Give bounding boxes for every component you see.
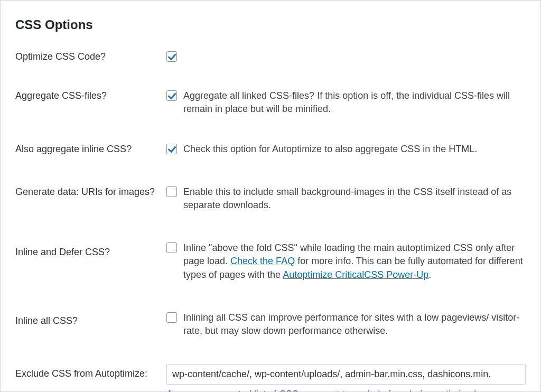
row-inline-all: Inline all CSS? Inlining all CSS can imp… xyxy=(15,311,526,338)
row-aggregate-inline: Also aggregate inline CSS? Check this op… xyxy=(15,143,526,156)
input-exclude-css[interactable] xyxy=(166,364,526,385)
row-exclude-css: Exclude CSS from Autoptimize: A comma-se… xyxy=(15,364,526,392)
panel-title: CSS Options xyxy=(15,17,526,32)
label-exclude-css: Exclude CSS from Autoptimize: xyxy=(15,364,166,380)
label-inline-defer: Inline and Defer CSS? xyxy=(15,241,166,258)
row-optimize-css: Optimize CSS Code? xyxy=(15,50,526,63)
link-criticalcss-powerup[interactable]: Autoptimize CriticalCSS Power-Up xyxy=(283,269,428,280)
field-data-uris: Enable this to include small background-… xyxy=(166,185,526,212)
css-options-panel: CSS Options Optimize CSS Code? Aggregate… xyxy=(0,0,541,392)
row-data-uris: Generate data: URIs for images? Enable t… xyxy=(15,185,526,212)
link-check-faq[interactable]: Check the FAQ xyxy=(230,256,295,266)
field-exclude-css: A comma-separated list of CSS you want t… xyxy=(166,364,526,392)
desc-inline-defer-post: . xyxy=(428,269,431,280)
help-exclude-css: A comma-separated list of CSS you want t… xyxy=(166,388,526,392)
desc-aggregate-inline: Check this option for Autoptimize to als… xyxy=(183,143,526,156)
label-aggregate-inline: Also aggregate inline CSS? xyxy=(15,143,166,155)
checkbox-inline-defer[interactable] xyxy=(166,242,177,253)
checkbox-inline-all[interactable] xyxy=(166,312,177,323)
field-inline-defer: Inline "above the fold CSS" while loadin… xyxy=(166,241,526,282)
row-inline-defer: Inline and Defer CSS? Inline "above the … xyxy=(15,241,526,282)
label-inline-all: Inline all CSS? xyxy=(15,311,166,327)
desc-data-uris: Enable this to include small background-… xyxy=(183,185,526,212)
field-aggregate-inline: Check this option for Autoptimize to als… xyxy=(166,143,526,156)
checkbox-aggregate-inline[interactable] xyxy=(166,144,177,154)
checkbox-data-uris[interactable] xyxy=(166,186,177,197)
label-data-uris: Generate data: URIs for images? xyxy=(15,185,166,198)
checkbox-aggregate-css[interactable] xyxy=(166,90,177,101)
field-inline-all: Inlining all CSS can improve performance… xyxy=(166,311,526,338)
desc-inline-all: Inlining all CSS can improve performance… xyxy=(183,311,526,338)
checkbox-optimize-css[interactable] xyxy=(166,51,177,62)
label-aggregate-css: Aggregate CSS-files? xyxy=(15,89,166,102)
row-aggregate-css: Aggregate CSS-files? Aggregate all linke… xyxy=(15,89,526,116)
label-optimize-css: Optimize CSS Code? xyxy=(15,50,166,63)
desc-aggregate-css: Aggregate all linked CSS-files? If this … xyxy=(183,89,526,116)
field-optimize-css xyxy=(166,50,526,62)
field-aggregate-css: Aggregate all linked CSS-files? If this … xyxy=(166,89,526,116)
desc-inline-defer: Inline "above the fold CSS" while loadin… xyxy=(183,241,526,282)
